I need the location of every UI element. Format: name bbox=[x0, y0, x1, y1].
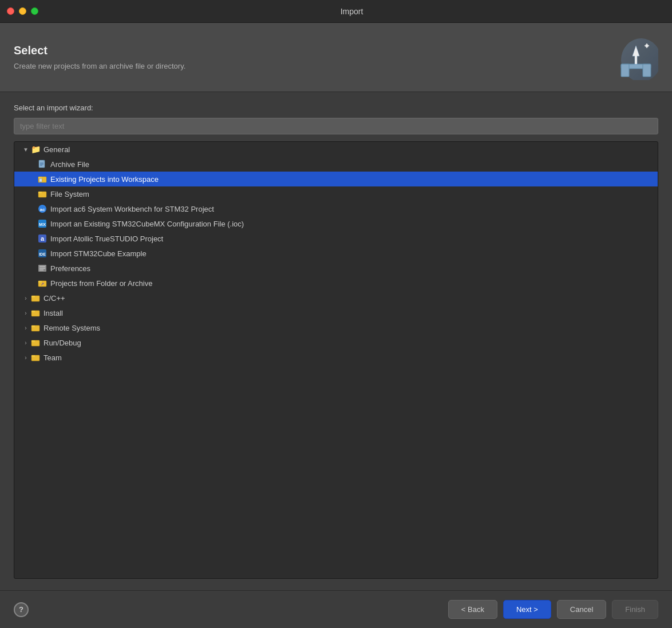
tree-container[interactable]: ▼ 📁 General Archive File bbox=[14, 141, 658, 579]
maximize-button[interactable] bbox=[31, 7, 38, 15]
tree-item-archive-file[interactable]: Archive File bbox=[14, 157, 658, 172]
header-icon bbox=[612, 34, 658, 80]
svg-rect-19 bbox=[38, 192, 42, 193]
icon-atollic: a bbox=[37, 233, 48, 244]
svg-text:↗: ↗ bbox=[41, 282, 44, 286]
tree-item-preferences[interactable]: Preferences bbox=[14, 261, 658, 276]
arrow-run-debug: › bbox=[21, 338, 30, 347]
svg-rect-15 bbox=[38, 177, 42, 178]
label-install: Install bbox=[44, 309, 63, 317]
svg-rect-40 bbox=[31, 325, 35, 327]
svg-rect-42 bbox=[31, 340, 35, 342]
arrow-general: ▼ bbox=[21, 145, 30, 154]
page-description: Create new projects from an archive file… bbox=[14, 62, 185, 70]
svg-text:IDE: IDE bbox=[39, 252, 46, 256]
minimize-button[interactable] bbox=[19, 7, 26, 15]
body-section: Select an import wizard: ▼ 📁 General bbox=[0, 92, 672, 590]
tree-item-install[interactable]: › Install bbox=[14, 305, 658, 320]
label-archive-file: Archive File bbox=[50, 160, 89, 169]
tree-item-import-ac6[interactable]: ac Import ac6 System Workbench for STM32… bbox=[14, 201, 658, 216]
arrow-install: › bbox=[21, 308, 30, 317]
next-button[interactable]: Next > bbox=[503, 600, 551, 619]
help-button[interactable]: ? bbox=[14, 602, 29, 617]
back-button[interactable]: < Back bbox=[448, 600, 497, 619]
page-heading: Select bbox=[14, 44, 185, 57]
icon-existing-projects bbox=[37, 174, 48, 184]
header-text: Select Create new projects from an archi… bbox=[14, 44, 185, 70]
icon-stm32: IDE bbox=[37, 248, 48, 259]
tree-item-import-atollic[interactable]: a Import Atollic TrueSTUDIO Project bbox=[14, 231, 658, 246]
svg-rect-44 bbox=[31, 355, 35, 357]
folder-icon-run-debug bbox=[30, 337, 41, 348]
label-preferences: Preferences bbox=[50, 264, 90, 273]
header-section: Select Create new projects from an archi… bbox=[0, 23, 672, 92]
label-file-system: File System bbox=[50, 190, 89, 198]
arrow-team: › bbox=[21, 353, 30, 362]
filter-input[interactable] bbox=[14, 118, 658, 134]
finish-button[interactable]: Finish bbox=[612, 600, 658, 619]
svg-rect-36 bbox=[31, 296, 35, 297]
window-title: Import bbox=[38, 7, 665, 16]
tree-item-run-debug[interactable]: › Run/Debug bbox=[14, 335, 658, 350]
titlebar: Import bbox=[0, 0, 672, 23]
tree-item-existing-projects[interactable]: Existing Projects into Workspace bbox=[14, 172, 658, 186]
icon-file-system bbox=[37, 189, 48, 199]
buttons-group: < Back Next > Cancel Finish bbox=[448, 600, 658, 619]
label-remote-systems: Remote Systems bbox=[44, 324, 100, 332]
main-content: Select Create new projects from an archi… bbox=[0, 23, 672, 628]
icon-ac6: ac bbox=[37, 204, 48, 214]
folder-icon-install bbox=[30, 308, 41, 318]
label-team: Team bbox=[44, 353, 62, 362]
tree-item-file-system[interactable]: File System bbox=[14, 186, 658, 201]
label-cpp: C/C++ bbox=[44, 294, 65, 303]
bottom-area: ? < Back Next > Cancel Finish bbox=[0, 590, 672, 628]
label-import-mx: Import an Existing STM32CubeMX Configura… bbox=[50, 220, 244, 228]
label-existing-projects: Existing Projects into Workspace bbox=[50, 175, 159, 184]
svg-text:ac: ac bbox=[40, 207, 45, 212]
arrow-cpp: › bbox=[21, 293, 30, 303]
svg-rect-3 bbox=[643, 64, 651, 77]
svg-text:MX: MX bbox=[39, 222, 46, 227]
svg-rect-2 bbox=[621, 64, 629, 77]
wizard-label: Select an import wizard: bbox=[14, 104, 658, 112]
close-button[interactable] bbox=[7, 7, 14, 15]
label-import-stm32: Import STM32Cube Example bbox=[50, 249, 147, 258]
label-import-atollic: Import Atollic TrueSTUDIO Project bbox=[50, 234, 163, 243]
icon-mx: MX bbox=[37, 218, 48, 229]
tree-item-projects-folder[interactable]: ↗ Projects from Folder or Archive bbox=[14, 276, 658, 291]
tree-item-cpp[interactable]: › C/C++ bbox=[14, 291, 658, 305]
label-run-debug: Run/Debug bbox=[44, 339, 81, 347]
cancel-button[interactable]: Cancel bbox=[557, 600, 606, 619]
label-projects-folder: Projects from Folder or Archive bbox=[50, 279, 152, 288]
arrow-remote-systems: › bbox=[21, 323, 30, 332]
icon-projects-folder: ↗ bbox=[37, 278, 48, 288]
tree-item-team[interactable]: › Team bbox=[14, 350, 658, 365]
svg-rect-38 bbox=[31, 311, 35, 312]
tree-item-remote-systems[interactable]: › Remote Systems bbox=[14, 320, 658, 335]
label-import-ac6: Import ac6 System Workbench for STM32 Pr… bbox=[50, 205, 214, 213]
icon-preferences bbox=[37, 263, 48, 273]
tree-item-general[interactable]: ▼ 📁 General bbox=[14, 142, 658, 157]
folder-icon-remote-systems bbox=[30, 323, 41, 333]
traffic-lights bbox=[7, 7, 38, 15]
folder-icon-general: 📁 bbox=[30, 144, 41, 154]
svg-text:a: a bbox=[41, 235, 45, 242]
folder-icon-team bbox=[30, 352, 41, 363]
help-icon-label: ? bbox=[19, 605, 23, 614]
label-general: General bbox=[44, 145, 70, 154]
tree-item-import-stm32[interactable]: IDE Import STM32Cube Example bbox=[14, 246, 658, 261]
tree-item-import-mx[interactable]: MX Import an Existing STM32CubeMX Config… bbox=[14, 216, 658, 231]
folder-icon-cpp bbox=[30, 293, 41, 303]
icon-archive-file bbox=[37, 159, 48, 169]
